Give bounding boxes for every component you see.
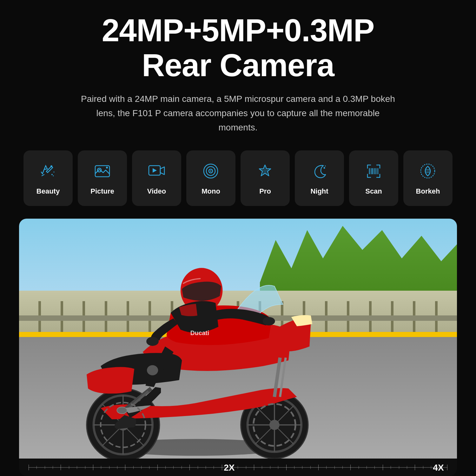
mono-label: Mono — [202, 187, 220, 195]
svg-point-2 — [54, 172, 55, 173]
svg-point-48 — [147, 365, 158, 375]
picture-icon — [92, 161, 113, 182]
svg-point-12 — [210, 170, 211, 172]
svg-point-6 — [106, 167, 108, 169]
borkeh-icon — [418, 161, 438, 182]
title-line2: Rear Camera — [142, 47, 334, 83]
svg-point-14 — [325, 166, 326, 167]
title-line1: 24MP+5MP+0.3MP — [102, 12, 374, 48]
description-text: Paired with a 24MP main camera, a 5MP mi… — [79, 92, 397, 135]
pro-label: Pro — [259, 187, 271, 195]
feature-card-video[interactable]: Video — [132, 150, 181, 206]
video-label: Video — [147, 187, 166, 195]
pro-icon — [255, 161, 275, 182]
svg-point-46 — [146, 337, 159, 346]
svg-point-47 — [263, 317, 275, 326]
zoom-4x-label: 4X — [433, 463, 444, 473]
video-icon — [146, 161, 167, 182]
zoom-ruler — [29, 459, 447, 476]
feature-card-mono[interactable]: Mono — [186, 150, 235, 206]
svg-text:Ducati: Ducati — [190, 329, 209, 336]
night-label: Night — [310, 187, 328, 195]
feature-card-picture[interactable]: Picture — [78, 150, 127, 206]
feature-card-borkeh[interactable]: Borkeh — [403, 150, 453, 206]
svg-point-0 — [50, 165, 52, 167]
scan-label: Scan — [365, 187, 382, 195]
motorcycle-scene: Ducati — [19, 219, 457, 476]
mono-icon — [201, 161, 221, 182]
photo-container: Ducati — [19, 219, 457, 476]
page-wrapper: 24MP+5MP+0.3MP Rear Camera Paired with a… — [0, 0, 476, 476]
svg-point-13 — [324, 167, 325, 169]
main-title: 24MP+5MP+0.3MP Rear Camera — [102, 13, 374, 83]
beauty-label: Beauty — [36, 187, 60, 195]
svg-point-50 — [117, 407, 127, 413]
zoom-bar — [19, 459, 457, 476]
motorcycle-svg: Ducati — [19, 240, 457, 459]
feature-card-beauty[interactable]: Beauty — [23, 150, 73, 206]
scan-icon — [363, 161, 384, 182]
night-icon — [309, 161, 330, 182]
feature-card-pro[interactable]: Pro — [241, 150, 290, 206]
svg-point-3 — [53, 175, 54, 176]
feature-card-scan[interactable]: Scan — [349, 150, 398, 206]
svg-point-1 — [51, 174, 53, 175]
features-row: Beauty Picture — [19, 150, 457, 206]
zoom-2x-label: 2X — [224, 463, 235, 473]
picture-label: Picture — [90, 187, 114, 195]
feature-card-night[interactable]: Night — [295, 150, 344, 206]
borkeh-label: Borkeh — [416, 187, 440, 195]
beauty-icon — [38, 161, 58, 182]
svg-marker-8 — [153, 168, 157, 173]
